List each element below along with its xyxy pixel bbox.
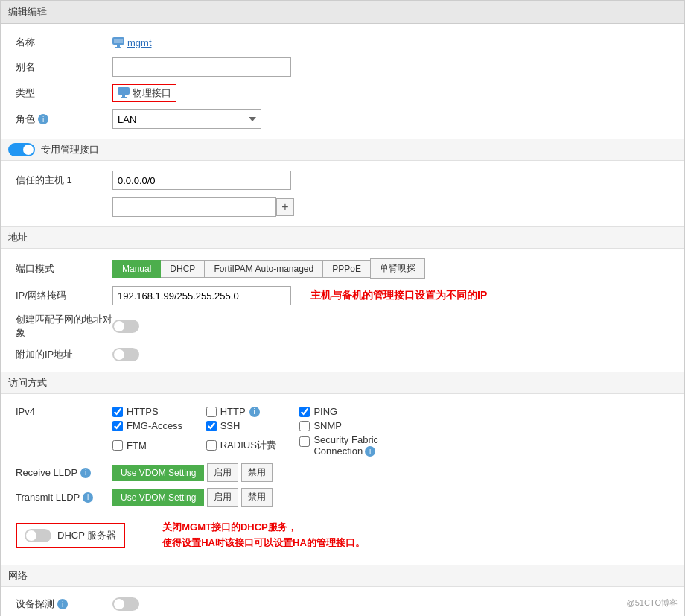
ssh-checkbox[interactable] bbox=[206, 421, 217, 431]
https-checkbox[interactable] bbox=[112, 407, 123, 417]
device-detect-toggle[interactable] bbox=[112, 597, 139, 611]
extra-ip-toggle[interactable] bbox=[112, 348, 139, 361]
svg-rect-4 bbox=[118, 87, 130, 95]
transmit-lldp-disable-button[interactable]: 禁用 bbox=[241, 488, 273, 507]
ip-mask-input[interactable] bbox=[112, 286, 291, 305]
receive-lldp-buttons: Use VDOM Setting 启用 禁用 bbox=[112, 463, 273, 482]
receive-lldp-info-icon[interactable]: i bbox=[80, 468, 91, 478]
device-detect-row: 设备探测 i bbox=[16, 593, 669, 615]
port-mode-row: 端口模式 Manual DHCP FortiIPAM Auto-managed … bbox=[16, 255, 669, 282]
http-info-icon[interactable]: i bbox=[249, 407, 260, 417]
role-row: 角色 i LAN WAN DMZ Undefined bbox=[16, 106, 669, 133]
role-label: 角色 i bbox=[16, 112, 112, 126]
fmg-checkbox-label[interactable]: FMG-Access bbox=[112, 420, 191, 431]
ftm-checkbox-label[interactable]: FTM bbox=[112, 434, 191, 457]
ftm-label: FTM bbox=[127, 440, 147, 451]
type-control: 物理接口 bbox=[112, 84, 669, 102]
ipv4-access-row: IPv4 HTTPS HTTP i PING bbox=[16, 400, 669, 460]
tab-manual[interactable]: Manual bbox=[112, 260, 161, 278]
name-row: 名称 mgmt bbox=[16, 31, 669, 54]
tab-fortiipam[interactable]: FortiIPAM Auto-managed bbox=[204, 260, 323, 278]
dhcp-annotation: 关闭MGMT接口的DHCP服务， 使得设置HA时该接口可以设置HA的管理接口。 bbox=[147, 520, 365, 551]
ipv4-label: IPv4 bbox=[16, 406, 112, 417]
trusted-host-input[interactable] bbox=[112, 171, 291, 190]
role-info-icon[interactable]: i bbox=[38, 114, 48, 124]
trusted-host-add-row: + bbox=[16, 194, 669, 220]
create-match-toggle[interactable] bbox=[112, 320, 139, 333]
access-section-header: 访问方式 bbox=[1, 372, 684, 394]
type-value-display: 物理接口 bbox=[112, 84, 176, 102]
tab-single-sniff[interactable]: 单臂嗅探 bbox=[370, 258, 425, 279]
dhcp-server-toggle[interactable] bbox=[25, 529, 51, 542]
add-trusted-host-button[interactable]: + bbox=[276, 198, 294, 216]
security-fabric-info-icon[interactable]: i bbox=[365, 446, 375, 457]
address-section-label: 地址 bbox=[8, 232, 28, 243]
port-mode-tabs: Manual DHCP FortiIPAM Auto-managed PPPoE… bbox=[112, 258, 424, 279]
alias-input[interactable] bbox=[112, 57, 291, 77]
svg-rect-6 bbox=[121, 97, 127, 98]
receive-lldp-disable-button[interactable]: 禁用 bbox=[241, 463, 273, 482]
port-mode-control: Manual DHCP FortiIPAM Auto-managed PPPoE… bbox=[112, 258, 669, 279]
radius-checkbox-label[interactable]: RADIUS计费 bbox=[206, 434, 285, 457]
snmp-checkbox-label[interactable]: SNMP bbox=[299, 420, 378, 431]
snmp-label: SNMP bbox=[313, 420, 342, 431]
network-section-header: 网络 bbox=[1, 565, 684, 587]
transmit-lldp-info-icon[interactable]: i bbox=[83, 492, 93, 503]
transmit-lldp-enable-button[interactable]: 启用 bbox=[207, 488, 238, 507]
security-fabric-checkbox[interactable] bbox=[299, 436, 310, 447]
create-match-row: 创建匹配子网的地址对象 bbox=[16, 309, 669, 343]
device-detect-info-icon[interactable]: i bbox=[57, 599, 68, 609]
tab-dhcp[interactable]: DHCP bbox=[160, 260, 205, 278]
create-match-control bbox=[112, 320, 669, 333]
ping-checkbox[interactable] bbox=[299, 407, 310, 417]
role-control: LAN WAN DMZ Undefined bbox=[112, 109, 669, 129]
ipv4-access-control: HTTPS HTTP i PING FMG-Access bbox=[112, 406, 669, 457]
fmg-checkbox[interactable] bbox=[112, 421, 123, 431]
trusted-host-add-control: + bbox=[112, 197, 669, 217]
https-label: HTTPS bbox=[127, 406, 159, 417]
radius-checkbox[interactable] bbox=[206, 440, 217, 451]
type-label: 类型 bbox=[16, 86, 112, 100]
security-fabric-label-line1: Security Fabric bbox=[313, 434, 378, 445]
create-match-label: 创建匹配子网的地址对象 bbox=[16, 313, 112, 340]
receive-lldp-label: Receive LLDP i bbox=[16, 467, 112, 478]
role-select[interactable]: LAN WAN DMZ Undefined bbox=[112, 109, 261, 129]
ip-mask-control: 主机与备机的管理接口设置为不同的IP bbox=[112, 286, 669, 305]
receive-lldp-enable-button[interactable]: 启用 bbox=[207, 463, 238, 482]
http-checkbox[interactable] bbox=[206, 407, 217, 417]
tab-pppoe[interactable]: PPPoE bbox=[322, 260, 371, 278]
dedicated-mgmt-toggle[interactable] bbox=[8, 143, 35, 156]
http-label: HTTP bbox=[220, 406, 246, 417]
access-checkboxes: HTTPS HTTP i PING FMG-Access bbox=[112, 406, 378, 457]
http-checkbox-label[interactable]: HTTP i bbox=[206, 406, 285, 417]
svg-rect-1 bbox=[114, 39, 123, 43]
receive-lldp-vdom-button[interactable]: Use VDOM Setting bbox=[112, 465, 204, 481]
device-detect-label: 设备探测 i bbox=[16, 597, 112, 611]
extra-ip-row: 附加的IP地址 bbox=[16, 343, 669, 366]
dedicated-mgmt-label: 专用管理接口 bbox=[41, 143, 99, 156]
dhcp-server-box: DHCP 服务器 bbox=[16, 523, 125, 548]
window-title: 编辑编辑 bbox=[8, 6, 47, 17]
snmp-checkbox[interactable] bbox=[299, 421, 310, 431]
transmit-lldp-row: Transmit LLDP i Use VDOM Setting 启用 禁用 bbox=[16, 485, 669, 509]
ssh-checkbox-label[interactable]: SSH bbox=[206, 420, 285, 431]
https-checkbox-label[interactable]: HTTPS bbox=[112, 406, 191, 417]
svg-rect-5 bbox=[122, 95, 125, 97]
radius-label: RADIUS计费 bbox=[220, 439, 276, 452]
trusted-host-extra-input[interactable] bbox=[112, 197, 276, 217]
alias-row: 别名 bbox=[16, 54, 669, 80]
ping-checkbox-label[interactable]: PING bbox=[299, 406, 378, 417]
transmit-lldp-buttons: Use VDOM Setting 启用 禁用 bbox=[112, 488, 273, 507]
name-control: mgmt bbox=[112, 37, 669, 48]
security-fabric-checkbox-label[interactable]: Security Fabric Connection i bbox=[299, 434, 378, 457]
access-section-label: 访问方式 bbox=[8, 377, 47, 388]
dhcp-server-row: DHCP 服务器 关闭MGMT接口的DHCP服务， 使得设置HA时该接口可以设置… bbox=[16, 512, 669, 559]
transmit-lldp-label: Transmit LLDP i bbox=[16, 492, 112, 503]
ftm-checkbox[interactable] bbox=[112, 440, 123, 451]
alias-label: 别名 bbox=[16, 60, 112, 74]
ping-label: PING bbox=[313, 406, 337, 417]
port-mode-label: 端口模式 bbox=[16, 262, 112, 276]
transmit-lldp-vdom-button[interactable]: Use VDOM Setting bbox=[112, 489, 204, 506]
ip-mask-row: IP/网络掩码 主机与备机的管理接口设置为不同的IP bbox=[16, 282, 669, 309]
network-section-label: 网络 bbox=[8, 570, 28, 581]
